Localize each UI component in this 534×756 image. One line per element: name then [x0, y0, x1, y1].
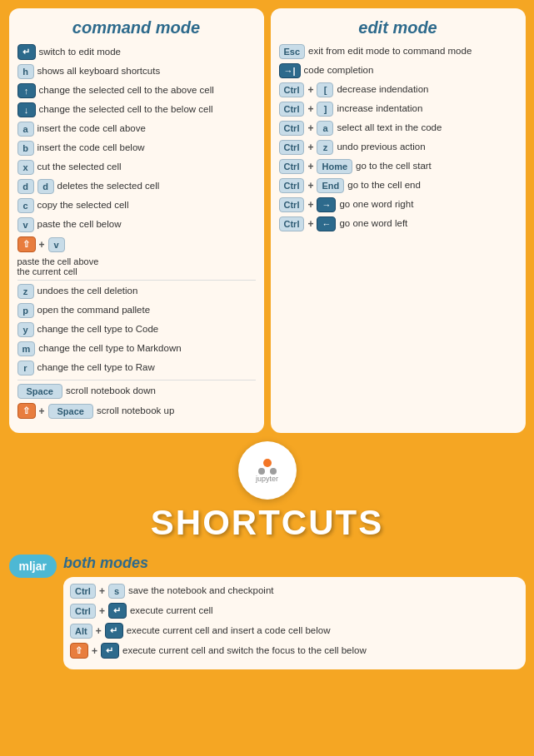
key-ctrl1: Ctrl [279, 82, 305, 97]
shortcut-ctrl-a: Ctrl + a select all text in the code [279, 121, 517, 136]
key-a-edit: a [317, 121, 333, 136]
desc-space: scroll notebook down [66, 385, 256, 397]
desc-shift-space: scroll notebook up [97, 405, 256, 417]
key-bracket-right: ] [317, 102, 333, 117]
shortcut-ctrl-left: Ctrl + ← go one word left [279, 216, 517, 231]
desc-decrease-indent: decrease indendation [337, 84, 517, 96]
key-r: r [17, 361, 34, 376]
desc-p: open the command pallete [37, 305, 256, 316]
desc-v: paste the cell below [37, 219, 256, 231]
shortcut-v: v paste the cell below [17, 217, 256, 232]
shortcut-dd: d d deletes the selected cell [17, 179, 256, 194]
key-d1: d [17, 179, 34, 194]
key-shift-up2: ⇧ [17, 403, 36, 419]
edit-mode-panel: edit mode Esc exit from edit mode to com… [271, 8, 526, 433]
key-tab: →| [279, 63, 301, 78]
desc-y: change the cell type to Code [37, 324, 256, 336]
shortcut-shift-space: ⇧ + Space scroll notebook up [17, 403, 256, 419]
key-b: b [17, 141, 34, 156]
middle-branding: jupyter SHORTCUTS [9, 441, 526, 546]
desc-r: change the cell type to Raw [37, 362, 256, 374]
desc-execute-insert: execute current cell and insert a code c… [127, 625, 519, 637]
desc-down: change the selected cell to the below ce… [39, 104, 256, 116]
both-modes-title: both modes [63, 555, 526, 572]
jupyter-logo: jupyter [238, 441, 297, 500]
key-ctrl6: Ctrl [279, 178, 305, 193]
top-row: command mode ↵ switch to edit mode h sho… [9, 8, 526, 433]
key-space: Space [17, 384, 62, 399]
key-shift-up: ⇧ [17, 236, 36, 252]
shortcuts-title: SHORTCUTS [151, 503, 383, 543]
shortcut-y: y change the cell type to Code [17, 322, 256, 337]
key-enter: ↵ [17, 44, 36, 60]
shortcut-m: m change the cell type to Markdown [17, 341, 256, 356]
mljar-logo: mljar [9, 555, 57, 578]
plus-shift-v: + [39, 239, 45, 251]
shortcut-c: c copy the selected cell [17, 198, 256, 213]
shortcut-b: b insert the code cell below [17, 141, 256, 156]
key-esc: Esc [279, 44, 306, 59]
plus-shift-space: + [39, 405, 45, 417]
plus3: + [307, 122, 313, 134]
key-d2: d [37, 179, 54, 194]
key-space2: Space [48, 404, 93, 419]
desc-c: copy the selected cell [37, 200, 256, 211]
desc-a: insert the code cell above [37, 123, 256, 135]
key-h: h [17, 64, 34, 79]
shortcut-ctrl-right: Ctrl + → go one word right [279, 197, 517, 212]
key-z-edit: z [317, 140, 333, 155]
desc-goto-start: go to the cell start [356, 161, 517, 172]
key-home: Home [317, 159, 352, 174]
shortcut-a: a insert the code cell above [17, 122, 256, 137]
jupyter-circle-right [270, 468, 277, 475]
plus-enter: + [99, 605, 105, 617]
shortcut-shift-v: ⇧ + v [17, 236, 256, 252]
desc-increase-indent: increase indentation [337, 103, 517, 115]
plus7: + [307, 199, 313, 211]
key-v: v [17, 217, 34, 232]
desc-m: change the cell type to Markdown [38, 343, 255, 355]
plus-s: + [99, 585, 105, 597]
key-ctrl8: Ctrl [279, 216, 305, 231]
shortcut-ctrl-bracket-left: Ctrl + [ decrease indendation [279, 82, 517, 97]
shortcut-ctrl-bracket-right: Ctrl + ] increase indentation [279, 102, 517, 117]
desc-tab: code completion [304, 65, 517, 77]
desc-goto-end: go to the cell end [347, 180, 517, 191]
shortcut-x: x cut the selected cell [17, 160, 256, 175]
key-c: c [17, 198, 34, 213]
jupyter-circle-top [263, 459, 272, 467]
key-right: → [317, 197, 336, 212]
key-up: ↑ [17, 83, 36, 98]
shortcut-enter: ↵ switch to edit mode [17, 44, 256, 60]
desc-word-left: go one word left [339, 218, 517, 230]
command-mode-title: command mode [17, 18, 256, 37]
plus-alt-enter: + [96, 625, 102, 637]
jupyter-circles [258, 459, 277, 475]
main-container: command mode ↵ switch to edit mode h sho… [9, 8, 526, 669]
shortcut-r: r change the cell type to Raw [17, 361, 256, 376]
jupyter-text: jupyter [256, 475, 278, 483]
desc-undo: undo previous action [337, 142, 517, 153]
desc-x: cut the selected cell [37, 162, 256, 173]
desc-execute: execute current cell [130, 605, 519, 617]
desc-esc: exit from edit mode to command mode [308, 46, 517, 57]
key-left: ← [317, 216, 336, 231]
key-v2: v [48, 237, 65, 252]
desc-select-all: select all text in the code [337, 122, 517, 134]
key-end: End [317, 178, 344, 193]
key-ctrl3: Ctrl [279, 121, 305, 136]
shortcut-shift-enter: ⇧ + ↵ execute current cell and switch th… [70, 643, 519, 659]
key-enter-shift: ↵ [101, 643, 119, 659]
shortcut-p: p open the command pallete [17, 303, 256, 318]
mljar-section: mljar [9, 555, 57, 583]
jupyter-circle-left [258, 468, 265, 475]
key-x: x [17, 160, 34, 175]
key-shift-enter: ⇧ [70, 643, 88, 659]
shortcut-ctrl-s: Ctrl + s save the notebook and checkpoin… [70, 584, 519, 599]
plus2: + [307, 103, 313, 115]
plus-shift-enter: + [92, 645, 97, 657]
desc-shift-v: paste the cell abovethe current cell [17, 256, 256, 276]
shortcut-down: ↓ change the selected cell to the below … [17, 102, 256, 117]
plus6: + [307, 180, 313, 191]
shortcut-ctrl-enter: Ctrl + ↵ execute current cell [70, 603, 519, 619]
